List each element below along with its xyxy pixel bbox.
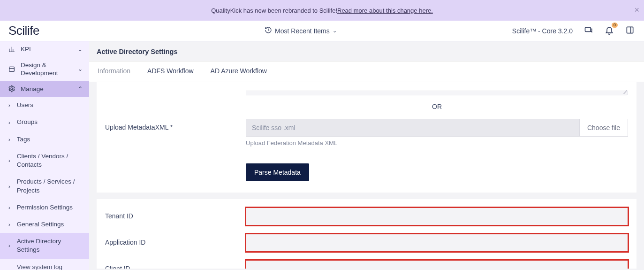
sidebar-item-kpi[interactable]: KPI ⌄ bbox=[0, 41, 89, 57]
chart-icon bbox=[8, 46, 16, 53]
client-id-input[interactable] bbox=[246, 260, 628, 269]
chevron-down-icon: ⌄ bbox=[78, 66, 83, 72]
or-separator: OR bbox=[246, 103, 628, 110]
app-header: Scilife Most Recent Items ⌄ Scilife™ - C… bbox=[0, 21, 644, 41]
chevron-right-icon: › bbox=[8, 222, 10, 227]
tenant-id-input[interactable] bbox=[246, 208, 628, 225]
sidebar-item-permission-settings[interactable]: ›Permission Settings bbox=[0, 199, 89, 216]
tab-information[interactable]: Information bbox=[89, 62, 139, 82]
chevron-up-icon: ⌃ bbox=[78, 85, 83, 92]
calendar-icon bbox=[8, 65, 16, 73]
upload-file-input[interactable]: Scilife sso .xml bbox=[246, 119, 580, 137]
client-id-label: Client ID bbox=[105, 260, 246, 269]
svg-point-5 bbox=[11, 88, 13, 90]
sidebar-item-design[interactable]: Design & Development ⌄ bbox=[0, 57, 89, 81]
chevron-right-icon: › bbox=[8, 137, 10, 142]
chevron-right-icon: › bbox=[8, 243, 10, 248]
parse-metadata-button[interactable]: Parse Metadata bbox=[246, 163, 309, 181]
upload-card: OR Upload MetadataXML * Scilife sso .xml… bbox=[97, 82, 636, 193]
application-id-input[interactable] bbox=[246, 234, 628, 252]
svg-rect-0 bbox=[585, 27, 591, 31]
tab-adfs-workflow[interactable]: ADFS Workflow bbox=[139, 62, 202, 82]
sidebar-item-general-settings[interactable]: ›General Settings bbox=[0, 216, 89, 233]
version-text: Scilife™ - Core 3.2.0 bbox=[512, 27, 573, 35]
sidebar-item-tags[interactable]: ›Tags bbox=[0, 131, 89, 148]
chevron-down-icon: ⌄ bbox=[333, 28, 337, 34]
panel-icon[interactable] bbox=[625, 25, 635, 36]
page-title: Active Directory Settings bbox=[89, 41, 644, 62]
most-recent-dropdown[interactable]: Most Recent Items ⌄ bbox=[89, 26, 512, 35]
sidebar-item-clients[interactable]: ›Clients / Vendors / Contacts bbox=[0, 148, 89, 173]
chevron-right-icon: › bbox=[8, 158, 10, 163]
banner-text: QualityKick has now been rebranded to Sc… bbox=[211, 7, 337, 14]
sidebar-item-manage[interactable]: Manage ⌃ bbox=[0, 81, 89, 97]
chevron-right-icon: › bbox=[8, 120, 10, 125]
svg-rect-1 bbox=[627, 27, 633, 33]
logo: Scilife bbox=[8, 23, 89, 38]
tenant-id-label: Tenant ID bbox=[105, 208, 246, 220]
gear-icon bbox=[8, 85, 16, 93]
sidebar-item-groups[interactable]: ›Groups bbox=[0, 114, 89, 131]
bell-badge: 0 bbox=[612, 23, 618, 28]
chevron-right-icon: › bbox=[8, 184, 10, 189]
recent-label: Most Recent Items bbox=[275, 27, 330, 35]
sidebar-item-products[interactable]: ›Products / Services / Projects bbox=[0, 173, 89, 199]
sidebar: KPI ⌄ Design & Development ⌄ Manage ⌃ ›U… bbox=[0, 41, 89, 270]
metadata-textarea[interactable] bbox=[246, 91, 628, 95]
svg-rect-3 bbox=[9, 67, 15, 71]
choose-file-button[interactable]: Choose file bbox=[580, 119, 628, 137]
chevron-down-icon: ⌄ bbox=[78, 46, 83, 53]
upload-label: Upload MetadataXML * bbox=[105, 119, 246, 131]
sidebar-item-active-directory[interactable]: ›Active Directory Settings bbox=[0, 233, 89, 258]
sidebar-item-system-log[interactable]: ›View system log bbox=[0, 259, 89, 270]
chevron-right-icon: › bbox=[8, 102, 10, 108]
ids-card: Tenant ID Application ID Client ID bbox=[97, 199, 636, 269]
upload-helper: Upload Federation Metadata XML bbox=[246, 139, 628, 147]
rebrand-banner: QualityKick has now been rebranded to Sc… bbox=[0, 0, 644, 21]
sidebar-item-users[interactable]: ›Users bbox=[0, 97, 89, 114]
tabs: Information ADFS Workflow AD Azure Workf… bbox=[89, 62, 644, 82]
tab-azure-workflow[interactable]: AD Azure Workflow bbox=[202, 62, 275, 82]
application-id-label: Application ID bbox=[105, 234, 246, 246]
history-icon bbox=[265, 26, 272, 35]
content-area: Active Directory Settings Information AD… bbox=[89, 41, 644, 270]
close-icon[interactable]: × bbox=[634, 6, 639, 14]
bell-icon[interactable]: 0 bbox=[605, 25, 614, 36]
message-icon[interactable] bbox=[584, 25, 593, 36]
banner-link[interactable]: Read more about this change here. bbox=[337, 7, 433, 14]
chevron-right-icon: › bbox=[8, 205, 10, 210]
